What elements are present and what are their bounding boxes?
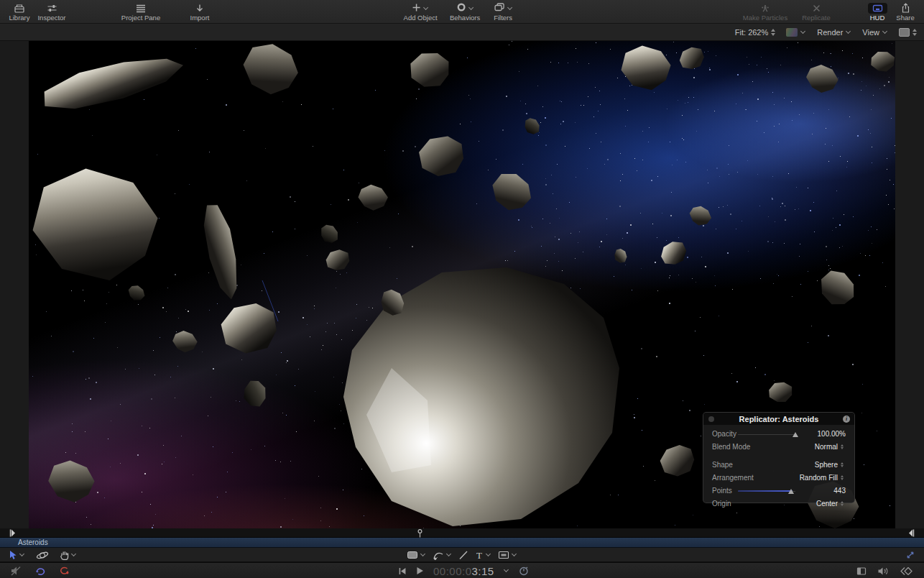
viewport: Replicator: Asteroids i Opacity 100.00% … xyxy=(0,41,924,528)
timeline-track-asteroids[interactable]: Asteroids xyxy=(0,538,924,548)
arrangement-value[interactable]: Random Fill xyxy=(800,474,838,482)
blend-mode-popup-icon[interactable] xyxy=(841,444,846,449)
top-toolbar: Library Inspector Project Pane xyxy=(0,0,924,24)
behaviors-chevron-down-icon[interactable] xyxy=(468,6,474,12)
hud-row-shape: Shape Sphere xyxy=(712,459,846,470)
text-tool[interactable]: T xyxy=(475,551,491,560)
layout-control[interactable] xyxy=(899,28,917,37)
mini-timeline[interactable] xyxy=(0,528,924,538)
show-audio-timeline-icon[interactable] xyxy=(877,566,889,576)
project-pane-button[interactable]: Project Pane xyxy=(116,0,165,22)
go-to-start-icon[interactable] xyxy=(398,567,407,575)
inspector-button[interactable]: Inspector xyxy=(34,0,69,22)
track-name: Asteroids xyxy=(18,538,48,546)
inspector-label: Inspector xyxy=(37,14,65,22)
hud-row-points: Points 443 xyxy=(712,485,846,496)
canvas[interactable]: Replicator: Asteroids i Opacity 100.00% … xyxy=(29,41,895,528)
rectangle-icon xyxy=(407,551,418,559)
show-timeline-icon[interactable] xyxy=(856,566,867,576)
channels-control[interactable] xyxy=(786,28,806,37)
tools-left-group xyxy=(9,548,77,562)
filters-chevron-down-icon[interactable] xyxy=(507,6,513,12)
bezier-tool-chevron-down-icon[interactable] xyxy=(446,552,452,558)
origin-popup-icon[interactable] xyxy=(841,501,846,506)
transport-left-group xyxy=(10,563,70,578)
pan-tool-chevron-down-icon[interactable] xyxy=(71,552,77,558)
blend-mode-value[interactable]: Normal xyxy=(815,443,838,451)
orbit-3d-tool[interactable] xyxy=(36,550,49,561)
transport-right-group xyxy=(856,563,914,578)
transport-center-group: 00:00:03:15 xyxy=(398,563,529,578)
replicate-icon xyxy=(812,2,821,14)
text-tool-chevron-down-icon[interactable] xyxy=(486,552,491,558)
origin-label: Origin xyxy=(712,500,731,508)
behaviors-button[interactable]: Behaviors xyxy=(445,0,484,22)
play-icon[interactable] xyxy=(416,566,424,575)
import-icon xyxy=(195,2,205,14)
view-chevron-down-icon xyxy=(882,29,888,35)
select-tool-chevron-down-icon[interactable] xyxy=(19,552,25,558)
opacity-slider[interactable] xyxy=(738,431,801,437)
hud-info-icon[interactable]: i xyxy=(843,416,850,423)
select-transform-tool[interactable] xyxy=(9,550,25,560)
bezier-pen-icon xyxy=(433,550,444,560)
arrangement-popup-icon[interactable] xyxy=(841,475,846,480)
add-object-button[interactable]: Add Object xyxy=(399,0,441,22)
hud-title-bar[interactable]: Replicator: Asteroids i xyxy=(703,413,854,425)
hud-label: HUD xyxy=(870,14,885,22)
record-animation-icon[interactable] xyxy=(58,566,70,576)
channels-thumbnail-icon xyxy=(786,28,798,37)
add-object-chevron-down-icon[interactable] xyxy=(423,6,429,12)
rectangle-tool[interactable] xyxy=(407,551,426,559)
hud-icon xyxy=(868,3,887,14)
toolbar-left-group: Library Inspector Project Pane xyxy=(4,0,214,24)
timecode-display[interactable]: 00:00:03:15 xyxy=(433,565,494,577)
timecode-dim: 00:00:0 xyxy=(433,565,472,577)
view-menu-label: View xyxy=(862,28,879,37)
inspector-icon xyxy=(46,2,58,14)
points-value[interactable]: 443 xyxy=(804,487,846,495)
zoom-level-control[interactable]: Fit: 262% xyxy=(735,28,775,37)
make-particles-button: Make Particles xyxy=(739,0,792,22)
show-keyframe-editor-icon[interactable] xyxy=(900,566,914,576)
opacity-value[interactable]: 100.00% xyxy=(804,430,846,438)
shape-popup-icon[interactable] xyxy=(841,462,846,467)
add-object-icon xyxy=(412,2,421,15)
import-button[interactable]: Import xyxy=(185,0,214,22)
play-range-in-marker[interactable] xyxy=(9,529,16,537)
library-icon xyxy=(13,2,26,14)
pan-tool[interactable] xyxy=(60,550,77,560)
timeline-zoom-icon[interactable] xyxy=(905,550,915,560)
hud-row-blend-mode: Blend Mode Normal xyxy=(712,441,846,452)
replicate-label: Replicate xyxy=(802,14,831,22)
timecode-chevron-down-icon[interactable] xyxy=(504,568,509,574)
share-button[interactable]: Share xyxy=(892,0,918,22)
filters-label: Filters xyxy=(494,14,512,22)
library-button[interactable]: Library xyxy=(4,0,34,22)
rectangle-tool-chevron-down-icon[interactable] xyxy=(420,552,426,558)
mask-tool-chevron-down-icon[interactable] xyxy=(512,552,517,558)
points-slider[interactable] xyxy=(738,488,801,494)
render-menu[interactable]: Render xyxy=(817,28,851,37)
hud-button[interactable]: HUD xyxy=(865,0,890,22)
zoom-stepper-icon[interactable] xyxy=(771,29,775,36)
behaviors-label: Behaviors xyxy=(450,14,480,22)
make-particles-icon xyxy=(760,2,770,14)
hud-panel[interactable]: Replicator: Asteroids i Opacity 100.00% … xyxy=(703,412,855,503)
mask-tool[interactable] xyxy=(498,551,517,559)
bezier-tool[interactable] xyxy=(433,550,452,560)
mute-audio-icon[interactable] xyxy=(10,566,22,576)
channels-chevron-down-icon xyxy=(800,29,806,35)
play-range-out-marker[interactable] xyxy=(908,529,915,537)
shape-value[interactable]: Sphere xyxy=(815,461,838,469)
view-menu[interactable]: View xyxy=(862,28,888,37)
timer-icon[interactable] xyxy=(519,566,529,576)
paint-stroke-tool[interactable] xyxy=(458,550,468,560)
mini-playhead[interactable] xyxy=(417,529,423,538)
zoom-level-value: Fit: 262% xyxy=(735,28,768,37)
origin-value[interactable]: Center xyxy=(816,500,838,508)
filters-button[interactable]: Filters xyxy=(489,0,517,22)
loop-playback-icon[interactable] xyxy=(34,566,46,576)
hud-close-icon[interactable] xyxy=(708,416,714,422)
tools-center-group: T xyxy=(407,548,517,562)
